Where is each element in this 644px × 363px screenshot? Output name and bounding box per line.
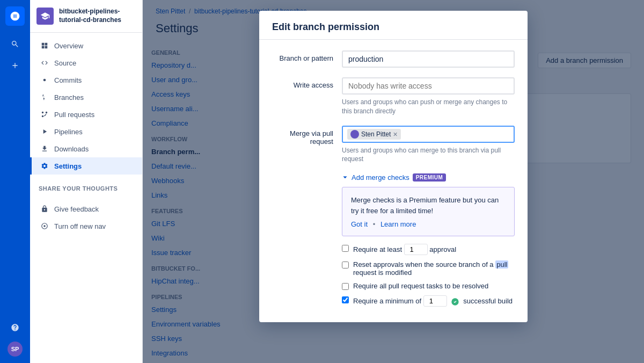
require-build-row: Require a minimum of successful build: [342, 295, 515, 307]
nav-menu: Overview Source Commits Branches: [30, 33, 142, 179]
footer-nav: Give feedback Turn off new nav: [30, 196, 142, 239]
overview-label: Overview: [54, 42, 83, 50]
premium-notice-links: Got it • Learn more: [351, 220, 506, 228]
downloads-label: Downloads: [54, 145, 89, 153]
write-access-input[interactable]: [342, 77, 515, 95]
svg-point-0: [43, 79, 46, 82]
tag-user-avatar: [350, 130, 359, 139]
reset-approvals-row: Reset approvals when the source branch o…: [342, 260, 515, 277]
sidebar: bitbucket-pipelines-tutorial-cd-branches…: [30, 0, 143, 363]
svg-point-2: [43, 225, 46, 227]
repo-header: bitbucket-pipelines-tutorial-cd-branches: [30, 0, 142, 33]
turn-off-nav-label: Turn off new nav: [54, 222, 106, 230]
pull-requests-icon: [40, 110, 49, 119]
feedback-icon: [40, 205, 49, 213]
sidebar-item-downloads[interactable]: Downloads: [30, 140, 142, 157]
merge-pr-help: Users and groups who can merge to this b…: [342, 146, 515, 164]
app-logo[interactable]: [5, 6, 25, 26]
settings-icon: [40, 162, 49, 170]
got-it-link[interactable]: Got it: [351, 220, 368, 228]
source-label: Source: [54, 59, 76, 67]
icon-bar: SP: [0, 0, 30, 363]
share-thoughts-label: Share your thoughts: [30, 179, 142, 196]
sidebar-item-overview[interactable]: Overview: [30, 37, 142, 54]
merge-pr-row: Merge via pull request Sten Pittet × Use…: [272, 126, 515, 164]
sidebar-item-commits[interactable]: Commits: [30, 71, 142, 89]
sten-pittet-tag: Sten Pittet ×: [347, 129, 401, 140]
merge-pr-field: Sten Pittet × Users and groups who can m…: [342, 126, 515, 164]
user-avatar[interactable]: SP: [8, 342, 23, 357]
require-approval-checkbox[interactable]: [342, 245, 349, 252]
write-access-field: Users and groups who can push or merge a…: [342, 77, 515, 116]
require-approval-label: Require at least approval: [353, 244, 456, 255]
modal-title: Edit branch permission: [272, 21, 515, 33]
modal-body: Branch or pattern Write access Users and…: [259, 40, 528, 322]
settings-label: Settings: [54, 162, 82, 170]
source-icon: [40, 59, 49, 67]
branches-icon: [40, 93, 49, 101]
sidebar-item-give-feedback[interactable]: Give feedback: [30, 200, 142, 217]
learn-more-link-modal[interactable]: Learn more: [380, 220, 416, 228]
pull-highlight: pull: [495, 260, 508, 268]
require-approval-row: Require at least approval: [342, 244, 515, 255]
require-build-label: Require a minimum of successful build: [353, 295, 513, 307]
sidebar-item-branches[interactable]: Branches: [30, 89, 142, 106]
search-icon[interactable]: [5, 34, 25, 54]
premium-notice-text: Merge checks is a Premium feature but yo…: [351, 195, 506, 216]
add-merge-checks-section: Add merge checks PREMIUM Merge checks is…: [342, 173, 515, 307]
edit-branch-permission-modal: Edit branch permission Branch or pattern…: [259, 11, 528, 322]
require-build-checkbox[interactable]: [342, 296, 349, 303]
build-count-input[interactable]: [423, 295, 447, 307]
branch-pattern-input[interactable]: [342, 50, 515, 68]
feedback-label: Give feedback: [54, 205, 99, 213]
pipelines-label: Pipelines: [54, 128, 83, 136]
modal-overlay: Edit branch permission Branch or pattern…: [143, 0, 644, 363]
require-tasks-row: Require all pull request tasks to be res…: [342, 282, 515, 290]
add-merge-checks-label: Add merge checks: [352, 173, 409, 182]
overview-icon: [40, 41, 49, 50]
branch-pattern-row: Branch or pattern: [272, 50, 515, 68]
write-access-row: Write access Users and groups who can pu…: [272, 77, 515, 116]
premium-notice: Merge checks is a Premium feature but yo…: [342, 187, 515, 236]
merge-pr-tag-input[interactable]: Sten Pittet ×: [342, 126, 515, 143]
tag-label: Sten Pittet: [361, 130, 391, 138]
repo-name: bitbucket-pipelines-tutorial-cd-branches: [59, 8, 136, 24]
sidebar-item-turn-off-nav[interactable]: Turn off new nav: [30, 217, 142, 235]
create-icon[interactable]: [5, 56, 25, 75]
sidebar-item-pull-requests[interactable]: Pull requests: [30, 106, 142, 123]
merge-pr-label: Merge via pull request: [272, 126, 342, 146]
commits-icon: [40, 76, 49, 84]
pipelines-icon: [40, 127, 49, 136]
write-access-help: Users and groups who can push or merge a…: [342, 98, 515, 116]
build-check-icon: [451, 297, 459, 306]
sidebar-item-settings[interactable]: Settings: [30, 157, 142, 175]
approval-count-input[interactable]: [404, 244, 428, 255]
require-tasks-label: Require all pull request tasks to be res…: [353, 282, 488, 290]
write-access-label: Write access: [272, 77, 342, 89]
branches-label: Branches: [54, 93, 84, 101]
reset-approvals-label: Reset approvals when the source branch o…: [353, 260, 515, 277]
downloads-icon: [40, 144, 49, 153]
branch-pattern-field: [342, 50, 515, 68]
repo-icon: [36, 8, 54, 25]
turn-off-nav-icon: [40, 222, 49, 230]
premium-badge: PREMIUM: [413, 173, 447, 182]
commits-label: Commits: [54, 76, 82, 84]
help-icon[interactable]: [5, 318, 25, 337]
tag-remove-button[interactable]: ×: [393, 130, 397, 138]
reset-approvals-checkbox[interactable]: [342, 262, 349, 268]
require-tasks-checkbox[interactable]: [342, 283, 349, 290]
sidebar-item-source[interactable]: Source: [30, 54, 142, 71]
add-merge-checks-toggle[interactable]: Add merge checks PREMIUM: [342, 173, 515, 182]
main-content: Sten Pittet / bitbucket-pipelines-tutori…: [143, 0, 644, 363]
sidebar-item-pipelines[interactable]: Pipelines: [30, 123, 142, 140]
pull-requests-label: Pull requests: [54, 111, 94, 119]
branch-pattern-label: Branch or pattern: [272, 50, 342, 62]
modal-header: Edit branch permission: [259, 11, 528, 40]
chevron-down-icon: [342, 175, 348, 181]
